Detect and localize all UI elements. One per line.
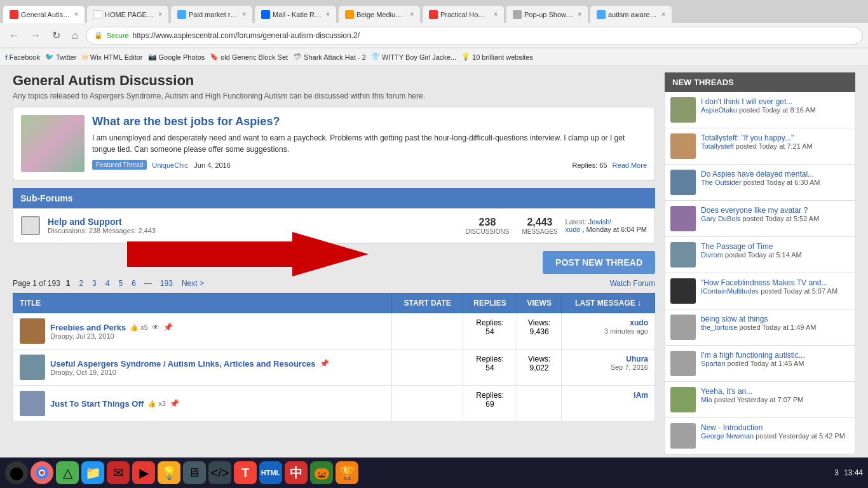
taskbar-files[interactable]: 📁 <box>81 461 104 484</box>
tab-mail[interactable]: Mail - Katie Ree... × <box>254 5 337 23</box>
nt-title[interactable]: New - Introduction <box>701 423 850 432</box>
new-thread-item[interactable]: Does everyone like my avatar ? Gary DuBo… <box>665 201 855 237</box>
nt-title[interactable]: The Passage of Time <box>701 242 850 251</box>
new-thread-item[interactable]: New - Introduction George Newman posted … <box>665 418 855 454</box>
nt-title[interactable]: I don't think I will ever get... <box>701 97 850 106</box>
bookmark-facebook[interactable]: f Facebook <box>5 53 40 61</box>
bookmark-label: Shark Attack Hat - 2 <box>304 53 366 61</box>
read-more-link[interactable]: Read More <box>613 161 647 169</box>
nt-title[interactable]: being slow at things <box>701 315 850 323</box>
thread-title[interactable]: Useful Aspergers Syndrome / Autism Links… <box>50 359 316 369</box>
latest-thread[interactable]: Jewish! <box>588 218 612 226</box>
new-thread-item[interactable]: Do Aspies have delayed mental... The Out… <box>665 165 855 201</box>
author-name[interactable]: UniqueChic <box>152 161 188 169</box>
tab-homepage[interactable]: HOME PAGE – C... × <box>86 5 169 23</box>
taskbar-drive[interactable]: △ <box>56 461 79 484</box>
tab-close[interactable]: × <box>158 11 162 18</box>
nt-author-link[interactable]: Mia <box>701 396 712 403</box>
page-5[interactable]: 5 <box>115 278 126 289</box>
nt-author-link[interactable]: IContainMultitudes <box>701 287 759 295</box>
last-author[interactable]: xudo <box>568 318 648 327</box>
taskbar-chinese[interactable]: 中 <box>285 461 308 484</box>
bookmark-wix[interactable]: W Wix HTML Editor <box>81 53 142 61</box>
nt-author-link[interactable]: Spartan <box>701 360 726 367</box>
nt-title[interactable]: Yeeha, it's an... <box>701 387 850 396</box>
bookmark-generic-block[interactable]: 🔖 old Generic Block Set <box>210 53 288 61</box>
page-2[interactable]: 2 <box>76 278 86 289</box>
new-thread-item[interactable]: Totallysteff: "If you happy..." Totallys… <box>665 128 855 165</box>
tab-popup[interactable]: Pop-up Showca... × <box>506 5 588 23</box>
taskbar-mail[interactable]: ✉ <box>107 461 130 484</box>
taskbar-code[interactable]: </> <box>208 461 231 484</box>
last-author[interactable]: iAm <box>568 391 648 400</box>
home-button[interactable]: ⌂ <box>68 29 82 43</box>
last-author[interactable]: Uhura <box>568 355 648 363</box>
taskbar-trophy[interactable]: 🏆 <box>336 461 358 484</box>
page-3[interactable]: 3 <box>89 278 100 289</box>
nt-title[interactable]: I'm a high functioning autistic... <box>701 351 850 360</box>
tab-general-autism[interactable]: General Autism D... × <box>3 5 85 23</box>
taskbar-app-circle[interactable]: ⬤ <box>5 461 28 484</box>
nt-title[interactable]: Totallysteff: "If you happy..." <box>701 133 850 142</box>
new-thread-item[interactable]: I don't think I will ever get... AspieOt… <box>665 92 855 128</box>
new-thread-item[interactable]: The Passage of Time Divrom posted Today … <box>665 237 855 273</box>
page-1[interactable]: 1 <box>63 278 74 289</box>
taskbar-t[interactable]: T <box>234 461 257 484</box>
bookmark-witty[interactable]: 👕 WITTY Boy Girl Jacke... <box>371 53 456 61</box>
bookmark-google-photos[interactable]: 📷 Google Photos <box>148 53 205 61</box>
forward-button[interactable]: → <box>27 29 44 43</box>
nt-author-link[interactable]: George Newman <box>701 432 754 440</box>
watch-forum-link[interactable]: Watch Forum <box>609 279 655 288</box>
taskbar-chrome[interactable] <box>31 461 53 484</box>
tab-close[interactable]: × <box>578 11 581 18</box>
nt-author-link[interactable]: AspieOtaku <box>701 106 737 114</box>
page-next[interactable]: Next > <box>179 278 207 289</box>
post-new-thread-button[interactable]: POST NEW THREAD <box>543 251 655 274</box>
new-thread-item[interactable]: Yeeha, it's an... Mia posted Yesterday a… <box>665 382 855 418</box>
nt-author-link[interactable]: the_tortoise <box>701 323 737 331</box>
new-thread-item[interactable]: being slow at things the_tortoise posted… <box>665 309 855 346</box>
bookmark-label: WITTY Boy Girl Jacke... <box>382 53 456 61</box>
nt-title[interactable]: Do Aspies have delayed mental... <box>701 170 850 179</box>
bookmark-brilliant[interactable]: 💡 10 brilliant websites <box>461 53 533 61</box>
tab-beige[interactable]: Beige Medium W... × <box>338 5 421 23</box>
address-bar[interactable]: 🔒 Secure https://www.aspiescentral.com/f… <box>86 27 863 44</box>
tab-close[interactable]: × <box>410 11 414 18</box>
tab-close[interactable]: × <box>326 11 330 18</box>
bookmark-twitter[interactable]: 🐦 Twitter <box>45 53 76 61</box>
tab-close[interactable]: × <box>74 11 78 18</box>
bookmark-shark[interactable]: 🦈 Shark Attack Hat - 2 <box>293 53 366 61</box>
nt-author-link[interactable]: Divrom <box>701 251 723 259</box>
taskbar-bulb[interactable]: 💡 <box>158 461 180 484</box>
tab-practical[interactable]: Practical Homic... × <box>422 5 505 23</box>
thread-title[interactable]: Just To Start Things Off <box>50 399 144 409</box>
tab-paid-market[interactable]: Paid market res... × <box>170 5 253 23</box>
tab-close[interactable]: × <box>242 11 246 18</box>
taskbar-monitor[interactable]: 🖥 <box>183 461 206 484</box>
nt-author-link[interactable]: Gary DuBois <box>701 215 740 222</box>
main-content: General Autism Discussion Any topics rel… <box>13 72 655 451</box>
new-thread-item[interactable]: I'm a high functioning autistic... Spart… <box>665 346 855 382</box>
taskbar-html[interactable]: HTML <box>259 461 282 484</box>
tab-close[interactable]: × <box>661 11 665 18</box>
page-4[interactable]: 4 <box>102 278 113 289</box>
latest-author[interactable]: xudo <box>566 226 581 233</box>
sub-forum-name[interactable]: Help and Support <box>48 217 458 227</box>
taskbar-youtube[interactable]: ▶ <box>132 461 155 484</box>
nt-author-link[interactable]: The Outsider <box>701 179 742 186</box>
new-thread-item[interactable]: "How Faceblindness Makes TV and... ICont… <box>665 273 855 309</box>
refresh-button[interactable]: ↻ <box>48 28 64 43</box>
tab-autism[interactable]: autism awarene... × <box>590 5 672 23</box>
nt-author-link[interactable]: Totallysteff <box>701 142 734 150</box>
page-6[interactable]: 6 <box>128 278 139 289</box>
nt-title[interactable]: "How Faceblindness Makes TV and... <box>701 278 850 287</box>
taskbar-halloween[interactable]: 🎃 <box>310 461 333 484</box>
tab-close[interactable]: × <box>494 11 498 18</box>
page-last[interactable]: 193 <box>157 278 176 289</box>
back-button[interactable]: ← <box>5 29 23 43</box>
featured-thread-title[interactable]: What are the best jobs for Aspies? <box>92 115 647 128</box>
thread-replies: Replies: 54 <box>463 349 517 386</box>
nt-title[interactable]: Does everyone like my avatar ? <box>701 206 850 215</box>
thread-title[interactable]: Freebies and Perks <box>50 323 126 332</box>
pin-icon: 📌 <box>320 359 329 368</box>
